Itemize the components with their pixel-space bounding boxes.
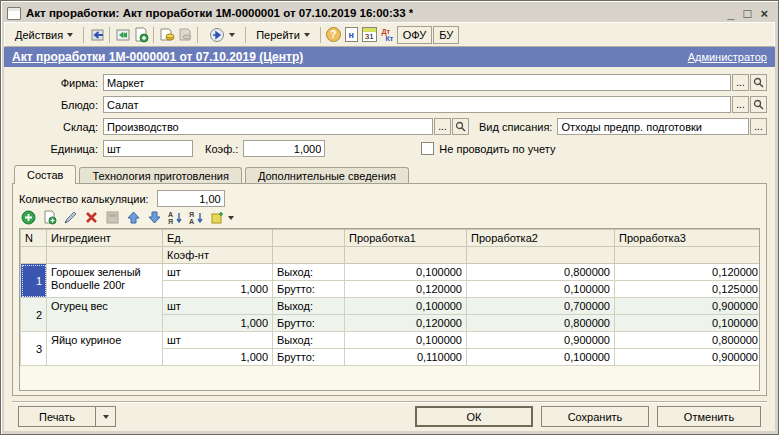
post-icon[interactable]: [158, 26, 175, 43]
cell-p3-gross[interactable]: 0,900000: [615, 349, 761, 366]
ofu-button[interactable]: ОФУ: [397, 26, 432, 44]
print-dropdown-button[interactable]: [96, 406, 116, 427]
cell-p1-out[interactable]: 0,100000: [345, 298, 467, 315]
cell-p1-gross[interactable]: 0,110000: [345, 349, 467, 366]
cell-p3-out[interactable]: 0,900000: [615, 298, 761, 315]
cell-p2-gross[interactable]: 0,100000: [467, 281, 615, 298]
cell-p1-gross[interactable]: 0,120000: [345, 281, 467, 298]
edit-row-icon[interactable]: [63, 210, 78, 225]
dish-select-button[interactable]: ...: [732, 96, 749, 113]
actions-menu-button[interactable]: Действия: [9, 26, 79, 44]
cell-p1-gross[interactable]: 0,120000: [345, 315, 467, 332]
ok-button[interactable]: ОК: [415, 406, 533, 427]
help-icon[interactable]: ?: [325, 26, 342, 43]
chevron-down-icon: [304, 33, 310, 37]
cell-n[interactable]: 3: [21, 332, 47, 366]
cell-ingredient[interactable]: Огурец вес: [47, 298, 163, 332]
cancel-button[interactable]: Отменить: [657, 406, 761, 427]
warehouse-input[interactable]: [103, 118, 433, 135]
cell-p3-out[interactable]: 0,120000: [615, 264, 761, 281]
cell-coef[interactable]: 1,000: [163, 349, 273, 366]
table-row: 2 Огурец вес шт Выход: 0,100000 0,700000…: [21, 298, 761, 315]
warehouse-label: Склад:: [12, 121, 98, 133]
cell-ingredient[interactable]: Яйцо куриное: [47, 332, 163, 366]
cell-p3-gross[interactable]: 0,100000: [615, 315, 761, 332]
cell-p3-out[interactable]: 0,800000: [615, 332, 761, 349]
toolbar-separator: [197, 27, 198, 43]
warehouse-row: Склад: ... Вид списания: ...: [12, 118, 767, 135]
chevron-down-icon: [229, 33, 235, 37]
table-row: 1 Горошек зеленый Bonduelle 200г шт Выхо…: [21, 264, 761, 281]
title-bar[interactable]: Акт проработки: Акт проработки 1М-000000…: [4, 4, 775, 22]
move-up-icon[interactable]: [126, 210, 141, 225]
cell-p2-out[interactable]: 0,900000: [467, 332, 615, 349]
no-posting-checkbox-wrap[interactable]: Не проводить по учету: [421, 142, 555, 155]
save-button[interactable]: Сохранить: [541, 406, 649, 427]
firm-input[interactable]: [103, 74, 731, 91]
writeoff-input[interactable]: [557, 118, 749, 135]
cell-coef[interactable]: 1,000: [163, 281, 273, 298]
cell-p2-gross[interactable]: 0,800000: [467, 315, 615, 332]
sort-asc-icon[interactable]: АЯ: [168, 210, 183, 225]
minimize-button[interactable]: _: [727, 7, 734, 20]
dish-open-button[interactable]: [750, 96, 767, 113]
cell-coef[interactable]: 1,000: [163, 315, 273, 332]
dtkt-icon[interactable]: ДтКт: [379, 26, 396, 43]
new-copy-icon[interactable]: [132, 26, 149, 43]
cell-p2-gross[interactable]: 0,100000: [467, 349, 615, 366]
tab-technology[interactable]: Технология приготовления: [79, 167, 241, 184]
print-button[interactable]: Печать: [18, 406, 96, 427]
svg-text:Я: Я: [189, 211, 194, 218]
unit-input[interactable]: [103, 140, 193, 157]
document-window: Акт проработки: Акт проработки 1М-000000…: [0, 0, 779, 435]
delete-row-icon[interactable]: [84, 210, 99, 225]
goto-doc-button[interactable]: [202, 23, 241, 46]
cell-n-selected[interactable]: 1: [21, 264, 47, 298]
user-link[interactable]: Администратор: [688, 51, 767, 63]
dish-input[interactable]: [103, 96, 731, 113]
coef-input[interactable]: [243, 140, 325, 157]
cell-out-label: Выход:: [273, 298, 345, 315]
calc-qty-input[interactable]: [157, 190, 225, 207]
cell-out-label: Выход:: [273, 332, 345, 349]
no-posting-checkbox[interactable]: [421, 142, 434, 155]
cell-p2-out[interactable]: 0,700000: [467, 298, 615, 315]
table-header-row: N Ингредиент Ед. Проработка1 Проработка2…: [21, 230, 761, 247]
sort-desc-icon[interactable]: ЯА: [189, 210, 204, 225]
cell-gross-label: Брутто:: [273, 349, 345, 366]
note-icon[interactable]: н: [343, 26, 360, 43]
warehouse-select-button[interactable]: ...: [434, 118, 451, 135]
copy-row-icon[interactable]: [42, 210, 57, 225]
maximize-button[interactable]: □: [744, 7, 752, 20]
cell-ingredient[interactable]: Горошек зеленый Bonduelle 200г: [47, 264, 163, 298]
writeoff-select-button[interactable]: ...: [750, 118, 767, 135]
move-down-icon[interactable]: [147, 210, 162, 225]
tab-sostav[interactable]: Состав: [14, 165, 76, 184]
firm-select-button[interactable]: ...: [732, 74, 749, 91]
cell-unit[interactable]: шт: [163, 332, 273, 349]
cell-p1-out[interactable]: 0,100000: [345, 332, 467, 349]
tab-additional[interactable]: Дополнительные сведения: [245, 167, 409, 184]
document-header-band: Акт проработки 1М-0000001 от 07.10.2019 …: [4, 47, 775, 67]
cell-p3-gross[interactable]: 0,125000: [615, 281, 761, 298]
goto-menu-button[interactable]: Перейти: [250, 26, 316, 44]
close-button[interactable]: ×: [760, 7, 768, 20]
cell-n[interactable]: 2: [21, 298, 47, 332]
cell-out-label: Выход:: [273, 264, 345, 281]
calendar-icon[interactable]: 31: [361, 26, 378, 43]
cell-p2-out[interactable]: 0,800000: [467, 264, 615, 281]
bu-button[interactable]: БУ: [433, 26, 459, 44]
cell-p1-out[interactable]: 0,100000: [345, 264, 467, 281]
cell-unit[interactable]: шт: [163, 298, 273, 315]
document-title-link[interactable]: Акт проработки 1М-0000001 от 07.10.2019 …: [12, 50, 303, 64]
col-header-p3: Проработка3: [615, 230, 761, 247]
write-icon[interactable]: [88, 26, 105, 43]
goto-menu-label: Перейти: [256, 29, 300, 41]
refresh-icon[interactable]: [114, 26, 131, 43]
fill-menu-icon[interactable]: [210, 210, 234, 225]
cell-unit[interactable]: шт: [163, 264, 273, 281]
firm-open-button[interactable]: [750, 74, 767, 91]
warehouse-open-button[interactable]: [452, 118, 469, 135]
add-row-icon[interactable]: [21, 210, 36, 225]
dish-row: Блюдо: ...: [12, 96, 767, 113]
